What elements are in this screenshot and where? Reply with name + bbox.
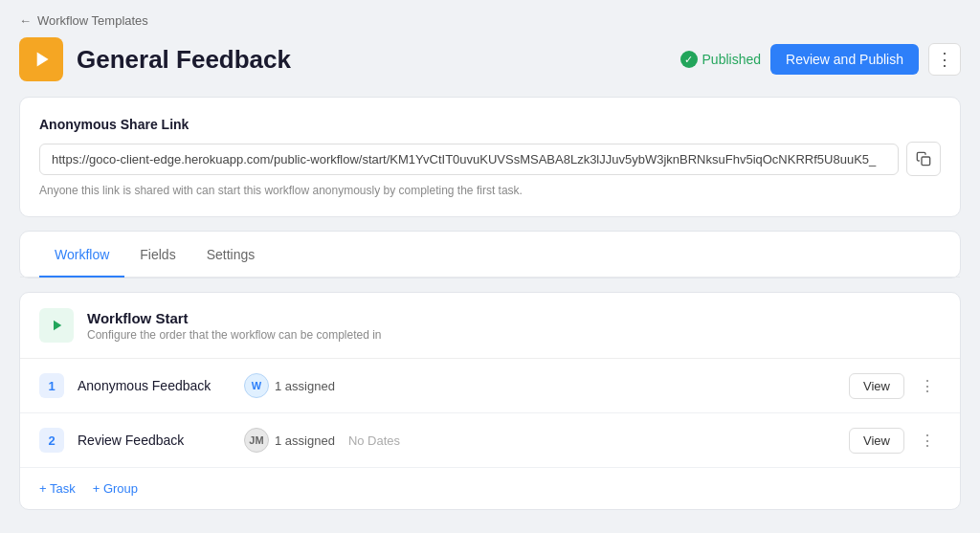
back-link[interactable]: ← Workflow Templates [19, 13, 961, 28]
share-link-title: Anonymous Share Link [39, 117, 941, 132]
share-link-card: Anonymous Share Link Anyone this link is… [19, 97, 961, 217]
view-task-2-button[interactable]: View [849, 428, 904, 454]
review-publish-button[interactable]: Review and Publish [770, 44, 919, 75]
published-badge: ✓ Published [680, 51, 762, 68]
tabs-row: Workflow Fields Settings [20, 232, 960, 278]
task-right-1: View ⋮ [849, 372, 941, 399]
share-link-input[interactable] [39, 144, 899, 175]
avatar-1: W [244, 373, 269, 398]
no-dates-label: No Dates [348, 433, 400, 448]
tab-settings[interactable]: Settings [191, 232, 271, 278]
view-task-1-button[interactable]: View [849, 373, 904, 399]
header-more-button[interactable]: ⋮ [928, 43, 961, 76]
check-icon: ✓ [680, 51, 698, 68]
tabs-card: Workflow Fields Settings [19, 231, 961, 278]
task-name-1: Anonymous Feedback [78, 378, 231, 393]
workflow-start-icon [39, 308, 74, 343]
task-2-more-button[interactable]: ⋮ [914, 427, 941, 454]
copy-link-button[interactable] [906, 142, 941, 176]
task-name-2: Review Feedback [78, 433, 231, 448]
task-number-2: 2 [39, 428, 64, 453]
workflow-start-section: Workflow Start Configure the order that … [20, 293, 960, 359]
add-group-button[interactable]: + Group [93, 481, 138, 496]
workflow-start-title: Workflow Start [87, 310, 382, 326]
header-left: General Feedback [19, 37, 291, 81]
assigned-text-2: 1 assigned [275, 433, 335, 448]
add-task-label: + Task [39, 481, 76, 496]
add-task-button[interactable]: + Task [39, 481, 76, 496]
share-link-input-row [39, 142, 941, 176]
task-row: 1 Anonymous Feedback W 1 assigned View ⋮ [20, 359, 960, 413]
add-row: + Task + Group [20, 468, 960, 509]
workflow-icon [19, 37, 63, 81]
task-right-2: View ⋮ [849, 427, 941, 454]
workflow-card: Workflow Start Configure the order that … [19, 292, 961, 510]
header-right: ✓ Published Review and Publish ⋮ [680, 43, 961, 76]
page-header: General Feedback ✓ Published Review and … [19, 37, 961, 81]
back-arrow: ← [19, 13, 32, 28]
workflow-start-subtitle: Configure the order that the workflow ca… [87, 328, 382, 342]
page-title: General Feedback [77, 45, 291, 75]
task-number-1: 1 [39, 373, 64, 398]
assigned-text-1: 1 assigned [275, 379, 335, 393]
svg-rect-0 [922, 157, 930, 166]
task-1-more-button[interactable]: ⋮ [914, 372, 941, 399]
avatar-2: JM [244, 428, 269, 453]
assignee-badge-2: JM 1 assigned [244, 428, 335, 453]
assignee-badge-1: W 1 assigned [244, 373, 335, 398]
share-link-hint: Anyone this link is shared with can star… [39, 184, 941, 197]
published-label: Published [702, 52, 762, 67]
task-row: 2 Review Feedback JM 1 assigned No Dates… [20, 413, 960, 468]
tab-fields[interactable]: Fields [124, 232, 190, 278]
back-link-label: Workflow Templates [37, 13, 148, 28]
add-group-label: + Group [93, 481, 138, 496]
workflow-start-text: Workflow Start Configure the order that … [87, 310, 382, 342]
tab-workflow[interactable]: Workflow [39, 232, 124, 278]
